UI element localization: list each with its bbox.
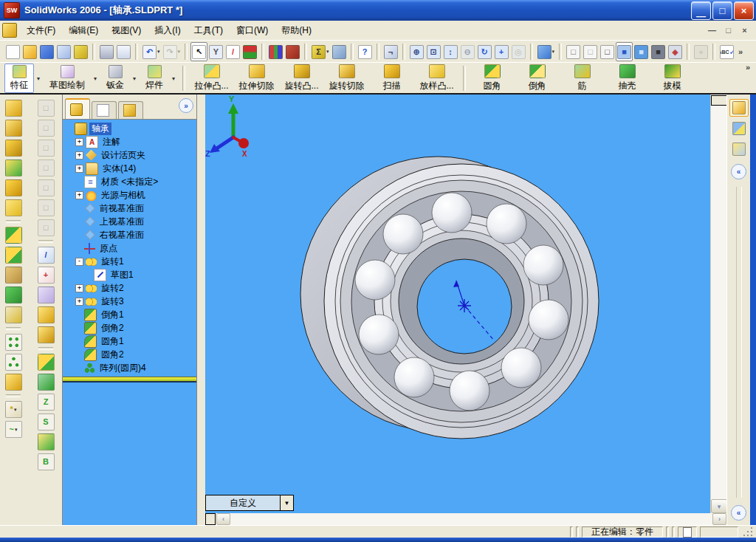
measure-dropdown[interactable]: ▾ [326,49,329,55]
fillet-icon[interactable] [5,227,22,244]
tree-item-chamfer1[interactable]: 倒角1 [63,308,197,321]
standard-view-4-icon[interactable]: □ [38,159,55,176]
pan-icon[interactable]: + [493,42,510,61]
perspective-icon[interactable]: ● [693,42,709,61]
zoom-to-selection-icon[interactable]: ⊖ [459,42,476,61]
tree-item-fillet1[interactable]: 圆角1 [63,335,197,348]
convert-entities-icon[interactable] [38,306,55,323]
wireframe-icon[interactable]: □ [565,42,582,61]
task-pane-collapse-button-bottom[interactable]: « [731,505,746,521]
tree-label-part-root[interactable]: 轴承 [89,123,111,135]
tree-label-revolve3[interactable]: 旋转3 [99,295,126,308]
graphics-viewport[interactable]: Y Z X 自定义 ▼ [205,95,710,513]
help-icon[interactable]: ? [357,42,374,61]
menu-insert[interactable]: 插入(I) [148,21,187,40]
menu-view[interactable]: 视图(V) [105,21,148,40]
linear-pattern-icon[interactable] [5,334,22,351]
tree-label-cirpattern4[interactable]: 阵列(圆周)4 [97,362,148,374]
print-icon[interactable] [98,42,115,61]
view-orientation-dropdown[interactable]: ▾ [552,49,555,55]
zoom-to-area-icon[interactable]: ⊡ [425,42,442,61]
tree-label-material[interactable]: 材质 <未指定> [99,176,160,188]
tree-label-solid-bodies[interactable]: 实体(14) [100,162,138,175]
standard-view-5-icon[interactable]: □ [38,179,55,196]
mdi-minimize-button[interactable]: — [705,24,719,36]
menu-window[interactable]: 窗口(W) [230,21,275,40]
curve-icon[interactable]: ~▾ [5,421,22,438]
weldments-dropdown[interactable]: ▾ [169,65,178,92]
revolved-cut-button[interactable]: 旋转切除 [324,63,369,94]
rib-icon[interactable] [5,267,22,284]
tree-item-design-binder[interactable]: +设计活页夹 [63,148,197,162]
undo-icon[interactable]: ↶▾ [141,42,162,61]
tree-item-annotations[interactable]: +注解 [63,135,197,148]
extruded-cut-button[interactable]: 拉伸切除 [234,63,279,94]
view-orientation-icon[interactable]: ▾ [536,42,557,61]
tree-item-chamfer2[interactable]: 倒角2 [63,321,197,335]
tree-label-fillet1[interactable]: 圆角1 [99,335,126,348]
texture-icon[interactable] [284,42,301,61]
tree-expand-revolve1[interactable]: - [75,258,83,266]
tree-expand-annotations[interactable]: + [75,138,83,146]
tree-item-part-root[interactable]: 轴承 [63,122,197,135]
tree-item-fillet2[interactable]: 圆角2 [63,348,197,361]
extruded-boss-icon[interactable] [5,100,22,117]
tree-item-revolve3[interactable]: +旋转3 [63,295,197,308]
tree-item-lights-cameras[interactable]: +光源与相机 [63,188,197,202]
tree-label-lights-cameras[interactable]: 光源与相机 [99,189,148,202]
circular-pattern-icon[interactable] [5,354,22,371]
chamfer-icon[interactable] [5,247,22,264]
modify-sketch-icon[interactable] [38,287,55,303]
rib-button[interactable]: 筋 [560,63,605,94]
tree-expand-solid-bodies[interactable]: + [75,165,83,173]
view-orientation-dropdown[interactable]: ▼ [281,495,294,511]
close-button[interactable]: × [734,1,754,20]
extruded-cut-icon[interactable] [5,120,22,137]
tree-expand-lights-cameras[interactable]: + [75,191,83,199]
mdi-close-button[interactable]: × [738,24,752,36]
extruded-boss-button[interactable]: 拉伸凸... [189,63,234,94]
tree-item-front-plane[interactable]: 前视基准面 [63,202,197,215]
tree-item-right-plane[interactable]: 右视基准面 [63,228,197,241]
tree-label-fillet2[interactable]: 圆角2 [99,349,126,361]
tree-item-origin[interactable]: 原点 [63,241,197,255]
sheet-metal-dropdown[interactable]: ▾ [130,65,139,92]
fillet-button[interactable]: 圆角 [470,63,515,94]
edit-color-icon[interactable] [267,42,284,61]
rotate-view-icon[interactable]: ↻ [476,42,493,61]
menu-tools[interactable]: 工具(T) [188,21,230,40]
revolved-boss-icon[interactable] [5,140,22,157]
sketch-icon[interactable]: / [38,247,55,264]
tree-expand-design-binder[interactable]: + [75,151,83,159]
tree-item-top-plane[interactable]: 上视基准面 [63,215,197,228]
measure-icon[interactable]: Σ▾ [310,42,331,61]
section-view-icon[interactable]: ◆ [667,42,684,61]
tree-expand-revolve2[interactable]: + [75,284,83,292]
tree-label-front-plane[interactable]: 前视基准面 [97,202,146,215]
minimize-button[interactable]: — [691,1,711,20]
tree-label-sketch1[interactable]: 草图1 [109,269,136,281]
spline-icon[interactable]: Z [38,394,55,411]
menu-help[interactable]: 帮助(H) [275,21,318,40]
print-preview-icon[interactable] [115,42,132,61]
weldments-toolbar-button[interactable]: 焊件 [140,64,169,93]
redo-icon[interactable]: ↷▾ [162,42,182,61]
shell-button[interactable]: 抽壳 [605,63,650,94]
propertymanager-tab[interactable] [92,101,117,119]
hidden-lines-visible-icon[interactable]: □ [582,42,599,61]
tree-label-revolve2[interactable]: 旋转2 [99,282,126,295]
select-icon[interactable]: ↖ [190,42,207,61]
standard-view-1-icon[interactable]: □ [38,100,55,117]
sheet-format-icon[interactable] [55,42,72,61]
spell-checker-icon[interactable]: ABC✓ [718,42,735,61]
open-icon[interactable] [21,42,38,61]
vertical-split-handle[interactable] [711,95,727,106]
tree-label-annotations[interactable]: 注解 [100,136,123,148]
design-library-button[interactable] [729,120,749,137]
solidworks-resources-button[interactable] [729,99,749,117]
scroll-right-button[interactable]: › [712,513,726,525]
tree-label-chamfer2[interactable]: 倒角2 [99,322,126,335]
tree-item-revolve2[interactable]: +旋转2 [63,281,197,295]
mirror-icon[interactable] [5,374,22,391]
redo-dropdown[interactable]: ▾ [178,49,181,55]
